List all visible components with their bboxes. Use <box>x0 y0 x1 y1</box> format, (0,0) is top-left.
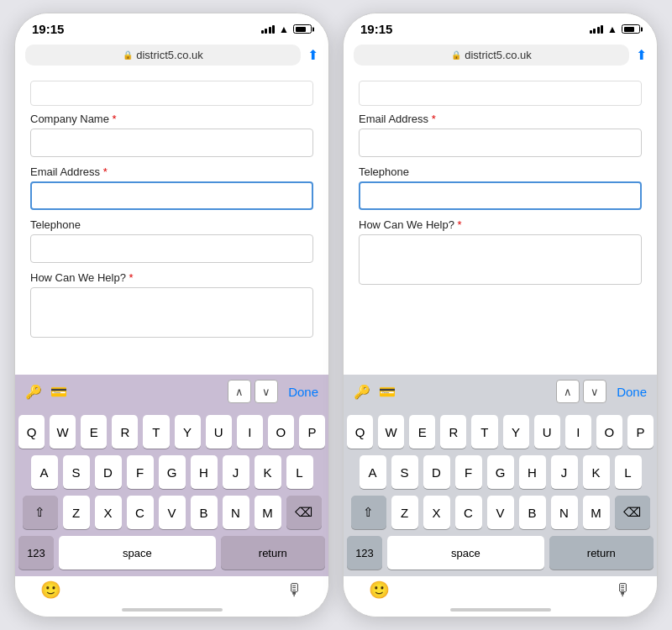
key-f-right[interactable]: F <box>455 455 482 489</box>
done-button-left[interactable]: Done <box>288 385 318 399</box>
wifi-icon-right: ▲ <box>607 24 617 35</box>
key-x-left[interactable]: X <box>95 496 122 529</box>
key-n-left[interactable]: N <box>223 496 249 529</box>
share-icon-right[interactable]: ⬆ <box>636 47 647 63</box>
key-t-right[interactable]: T <box>471 415 497 449</box>
key-m-left[interactable]: M <box>255 496 281 529</box>
telephone-label-left: Telephone <box>30 218 313 231</box>
key-g-left[interactable]: G <box>159 455 186 489</box>
key-c-left[interactable]: C <box>127 496 154 529</box>
key-h-right[interactable]: H <box>519 455 546 489</box>
key-a-right[interactable]: A <box>360 455 386 489</box>
key-q-left[interactable]: Q <box>18 415 45 449</box>
arrow-up-left[interactable]: ∧ <box>228 380 251 403</box>
key-w-right[interactable]: W <box>378 415 404 449</box>
key-q-right[interactable]: Q <box>347 415 373 449</box>
backspace-key-left[interactable]: ⌫ <box>286 496 322 529</box>
share-icon-left[interactable]: ⬆ <box>307 47 318 63</box>
key-i-right[interactable]: I <box>565 415 591 449</box>
shift-key-right[interactable]: ⇧ <box>351 496 386 529</box>
num-key-right[interactable]: 123 <box>347 536 382 570</box>
key-z-right[interactable]: Z <box>391 496 418 529</box>
key-r-left[interactable]: R <box>112 415 138 449</box>
key-s-left[interactable]: S <box>63 455 90 489</box>
url-bar-right[interactable]: 🔒 district5.co.uk <box>354 45 629 66</box>
browser-bar-right[interactable]: 🔒 district5.co.uk ⬆ <box>344 41 657 71</box>
key-v-left[interactable]: V <box>159 496 186 529</box>
keyboard-row-1-left: Q W E R T Y U I O P <box>15 408 328 449</box>
key-v-right[interactable]: V <box>487 496 514 529</box>
key-m-right[interactable]: M <box>583 496 610 529</box>
keyboard-row-4-right: 123 space return <box>344 536 657 570</box>
company-name-input[interactable] <box>30 129 313 157</box>
key-o-right[interactable]: O <box>596 415 622 449</box>
mic-icon-right[interactable]: 🎙 <box>615 580 632 600</box>
key-g-right[interactable]: G <box>487 455 514 489</box>
telephone-input-left[interactable] <box>30 234 313 263</box>
shift-key-left[interactable]: ⇧ <box>23 496 58 529</box>
key-h-left[interactable]: H <box>191 455 218 489</box>
key-o-left[interactable]: O <box>268 415 294 449</box>
keyboard-row-2-right: A S D F G H J K L <box>344 455 657 489</box>
email-address-input-left[interactable] <box>30 181 313 210</box>
key-n-right[interactable]: N <box>551 496 578 529</box>
done-button-right[interactable]: Done <box>617 385 647 399</box>
emoji-icon-right[interactable]: 🙂 <box>369 580 390 600</box>
key-f-left[interactable]: F <box>127 455 154 489</box>
email-address-group-right: Email Address * <box>359 113 642 157</box>
key-c-right[interactable]: C <box>455 496 482 529</box>
top-blank-input-left[interactable] <box>30 81 313 106</box>
help-required-right: * <box>458 218 462 231</box>
telephone-input-right[interactable] <box>359 181 642 210</box>
help-textarea-right[interactable] <box>359 234 642 285</box>
key-y-left[interactable]: Y <box>175 415 201 449</box>
space-key-left[interactable]: space <box>59 536 216 570</box>
signal-icon-left <box>261 25 276 34</box>
key-icon-right[interactable]: 🔑 <box>354 384 370 400</box>
emoji-icon-left[interactable]: 🙂 <box>40 580 61 600</box>
key-b-right[interactable]: B <box>519 496 546 529</box>
key-j-right[interactable]: J <box>551 455 578 489</box>
key-u-left[interactable]: U <box>206 415 232 449</box>
key-x-right[interactable]: X <box>423 496 450 529</box>
url-bar-left[interactable]: 🔒 district5.co.uk <box>25 45 301 66</box>
key-r-right[interactable]: R <box>440 415 466 449</box>
key-k-right[interactable]: K <box>583 455 610 489</box>
key-d-right[interactable]: D <box>423 455 450 489</box>
card-icon-right[interactable]: 💳 <box>379 384 396 400</box>
arrow-up-right[interactable]: ∧ <box>556 380 580 403</box>
return-key-left[interactable]: return <box>221 536 325 570</box>
key-p-right[interactable]: P <box>627 415 654 449</box>
email-address-input-right[interactable] <box>359 129 642 157</box>
key-y-right[interactable]: Y <box>503 415 529 449</box>
key-b-left[interactable]: B <box>191 496 218 529</box>
key-i-left[interactable]: I <box>237 415 263 449</box>
mic-icon-left[interactable]: 🎙 <box>286 580 303 600</box>
key-p-left[interactable]: P <box>299 415 325 449</box>
key-e-right[interactable]: E <box>409 415 435 449</box>
key-k-left[interactable]: K <box>255 455 281 489</box>
arrow-down-left[interactable]: ∨ <box>255 380 278 403</box>
key-s-right[interactable]: S <box>391 455 418 489</box>
num-key-left[interactable]: 123 <box>18 536 54 570</box>
key-a-left[interactable]: A <box>31 455 58 489</box>
space-key-right[interactable]: space <box>387 536 544 570</box>
top-blank-input-right[interactable] <box>359 81 642 106</box>
key-l-right[interactable]: L <box>615 455 642 489</box>
browser-bar-left[interactable]: 🔒 district5.co.uk ⬆ <box>15 41 328 71</box>
key-u-right[interactable]: U <box>534 415 560 449</box>
arrow-down-right[interactable]: ∨ <box>583 380 606 403</box>
key-e-left[interactable]: E <box>81 415 107 449</box>
key-j-left[interactable]: J <box>223 455 249 489</box>
key-d-left[interactable]: D <box>95 455 122 489</box>
key-z-left[interactable]: Z <box>63 496 90 529</box>
backspace-key-right[interactable]: ⌫ <box>615 496 650 529</box>
key-w-left[interactable]: W <box>50 415 76 449</box>
help-textarea-left[interactable] <box>30 287 313 338</box>
key-l-left[interactable]: L <box>286 455 313 489</box>
key-icon-left[interactable]: 🔑 <box>25 384 42 400</box>
return-key-right[interactable]: return <box>549 536 654 570</box>
card-icon-left[interactable]: 💳 <box>50 384 67 400</box>
key-t-left[interactable]: T <box>143 415 169 449</box>
company-name-group: Company Name * <box>30 113 313 157</box>
